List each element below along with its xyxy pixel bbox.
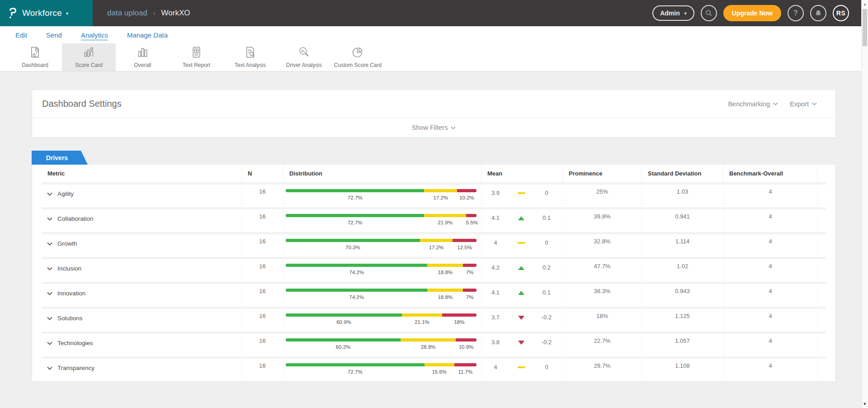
- menu-item-manage-data[interactable]: Manage Data: [127, 31, 168, 39]
- toolbar-item-text-analysis[interactable]: Text Analysis: [223, 43, 277, 71]
- distribution-cell: 70.3%17.2%12.5%: [283, 234, 481, 257]
- mean-delta: -0.2: [533, 314, 560, 321]
- scroll-down-icon[interactable]: ▼: [862, 402, 868, 406]
- toolbar-item-label: Dashboard: [22, 62, 48, 68]
- benchmark-cell: 4: [723, 259, 818, 282]
- column-header-metric: Metric: [42, 165, 242, 182]
- expand-chevron-icon[interactable]: [47, 242, 52, 246]
- top-navbar: Workforce ▾ data upload › WorkXO Admin ▾…: [0, 0, 868, 26]
- expand-chevron-icon[interactable]: [47, 317, 52, 320]
- notifications-button[interactable]: [810, 5, 826, 21]
- toolbar-item-label: Custom Score Card: [334, 62, 382, 68]
- expand-chevron-icon[interactable]: [47, 192, 52, 196]
- toolbar-item-custom-score-card[interactable]: Custom Score Card: [331, 43, 385, 71]
- toolbar-item-score-card[interactable]: Score Card: [62, 43, 116, 71]
- trend-indicator-wrap: [509, 264, 533, 271]
- metric-cell[interactable]: Technologies: [42, 334, 242, 356]
- distribution-bar: [286, 313, 476, 317]
- drivers-tab[interactable]: Drivers: [32, 151, 88, 165]
- distribution-cell: 74.2%18.8%7%: [283, 284, 481, 307]
- show-filters-label: Show Filters: [412, 124, 448, 131]
- distribution-labels: 72.7%17.2%10.2%: [286, 195, 476, 200]
- dist-segment-green: [286, 214, 424, 217]
- dist-label-red: 10.9%: [456, 344, 476, 350]
- n-cell: 16: [242, 234, 283, 257]
- expand-chevron-icon[interactable]: [47, 292, 52, 295]
- metric-name: Solutions: [57, 315, 83, 322]
- benchmark-cell: 4: [723, 209, 818, 232]
- breadcrumb-separator-icon: ›: [153, 9, 156, 17]
- scrollbar-thumb[interactable]: [863, 9, 867, 46]
- prominence-cell: 47.7%: [563, 259, 642, 282]
- std-dev-cell: 0.941: [642, 209, 723, 232]
- metric-cell[interactable]: Collaboration: [42, 209, 242, 232]
- dist-label-red: 11.7%: [454, 369, 476, 375]
- table-row-collaboration: Collaboration1672.7%21.9%5.5%4.10.139.8%…: [42, 207, 826, 232]
- metric-cell[interactable]: Transparency: [42, 359, 242, 381]
- table-header: MetricNDistributionMeanProminenceStandar…: [42, 165, 826, 182]
- benchmark-cell: 4: [723, 309, 818, 332]
- expand-chevron-icon[interactable]: [47, 342, 52, 345]
- table-row-agility: Agility1672.7%17.2%10.2%3.9025%1.034: [42, 182, 826, 207]
- trend-flat-icon: [518, 366, 525, 368]
- mean-delta: 0.1: [533, 289, 560, 296]
- scroll-up-icon[interactable]: ▲: [862, 2, 868, 6]
- dist-segment-red: [454, 363, 476, 366]
- menu-item-analytics[interactable]: Analytics: [81, 31, 108, 39]
- expand-chevron-icon[interactable]: [47, 217, 52, 221]
- dist-segment-green: [286, 264, 427, 267]
- benchmark-cell: 4: [723, 334, 818, 356]
- toolbar-item-driver-analysis[interactable]: Driver Analysis: [277, 43, 331, 71]
- overall-icon: [137, 46, 149, 60]
- benchmark-cell: 4: [723, 284, 818, 307]
- menu-item-edit[interactable]: Edit: [15, 31, 27, 39]
- column-header-prominence: Prominence: [563, 165, 642, 182]
- trend-indicator-wrap: [509, 239, 533, 247]
- metric-cell[interactable]: Solutions: [42, 309, 242, 332]
- mean-value: 3.9: [481, 190, 509, 196]
- metric-name: Technologies: [57, 340, 93, 346]
- expand-chevron-icon[interactable]: [47, 366, 52, 370]
- admin-caret-icon: ▾: [684, 11, 687, 16]
- vertical-scrollbar[interactable]: ▲ ▼: [861, 0, 868, 408]
- metric-cell[interactable]: Growth: [42, 234, 242, 257]
- help-button[interactable]: ?: [788, 5, 804, 21]
- prominence-cell: 25%: [563, 185, 642, 207]
- brand-caret-icon: ▾: [66, 11, 68, 16]
- metric-cell[interactable]: Agility: [42, 185, 242, 207]
- distribution-labels: 72.7%15.6%11.7%: [286, 369, 476, 375]
- dist-label-green: 72.7%: [286, 369, 425, 375]
- avatar[interactable]: RS: [833, 5, 849, 21]
- distribution-cell: 60.2%28.9%10.9%: [283, 334, 481, 356]
- upgrade-now-button[interactable]: Upgrade Now: [723, 5, 781, 21]
- toolbar-item-overall[interactable]: Overall: [116, 43, 170, 71]
- breadcrumb-parent-link[interactable]: data upload: [107, 9, 147, 18]
- text-analysis-icon: [244, 46, 256, 60]
- dist-label-red: 10.2%: [457, 195, 476, 200]
- dist-label-green: 72.7%: [286, 195, 424, 200]
- dist-label-yellow: 18.8%: [427, 294, 463, 300]
- std-dev-cell: 1.03: [642, 185, 723, 207]
- metric-cell[interactable]: Innovation: [42, 284, 242, 307]
- toolbar-item-dashboard[interactable]: Dashboard: [8, 43, 62, 71]
- menu-item-send[interactable]: Send: [46, 31, 62, 39]
- n-cell: 16: [242, 309, 283, 332]
- benchmarking-dropdown[interactable]: Benchmarking: [728, 100, 778, 108]
- brand-block[interactable]: Workforce ▾: [0, 0, 93, 26]
- admin-menu-button[interactable]: Admin ▾: [652, 5, 694, 21]
- table-row-transparency: Transparency1672.7%15.6%11.7%4029.7%1.10…: [42, 356, 826, 381]
- prominence-cell: 39.8%: [563, 209, 642, 232]
- show-filters-toggle[interactable]: Show Filters: [412, 124, 456, 131]
- mean-cell: 3.90: [481, 185, 563, 207]
- prominence-cell: 22.7%: [563, 334, 642, 356]
- search-button[interactable]: [701, 5, 717, 21]
- breadcrumb-current: WorkXO: [161, 9, 190, 18]
- metric-cell[interactable]: Inclusion: [42, 259, 242, 282]
- mean-value: 4: [481, 239, 509, 246]
- export-dropdown[interactable]: Export: [790, 100, 817, 108]
- dist-label-green: 72.7%: [286, 220, 424, 225]
- toolbar-item-text-report[interactable]: Text Report: [170, 43, 223, 71]
- expand-chevron-icon[interactable]: [47, 267, 52, 270]
- chevron-down-icon: [451, 126, 456, 129]
- distribution-cell: 74.2%18.8%7%: [283, 259, 481, 282]
